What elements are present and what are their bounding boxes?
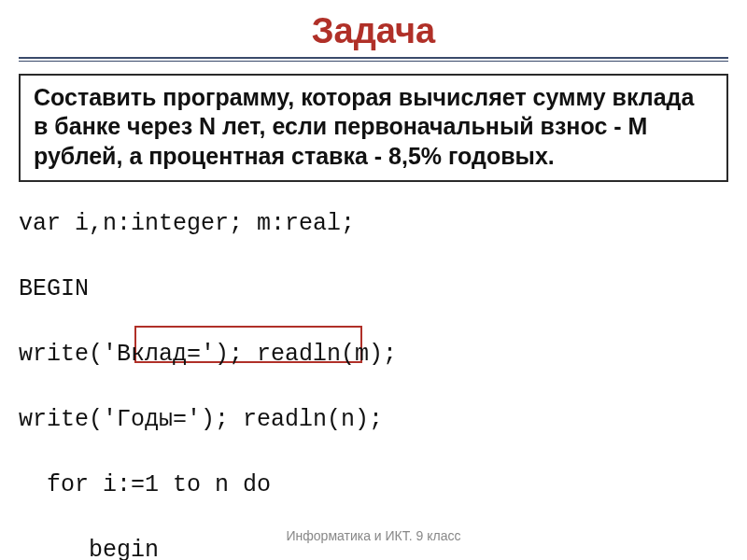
code-line: begin	[19, 534, 728, 560]
task-statement-box: Составить программу, которая вычисляет с…	[19, 74, 728, 182]
title-divider	[19, 55, 728, 64]
task-statement-text: Составить программу, которая вычисляет с…	[34, 84, 694, 169]
slide-title: Задача	[0, 0, 747, 55]
code-line: write('Годы='); readln(n);	[19, 403, 728, 436]
code-line: write('Вклад='); readln(m);	[19, 338, 728, 371]
title-divider-line-thick	[19, 57, 728, 59]
code-block: var i,n:integer; m:real; BEGIN write('Вк…	[19, 175, 728, 560]
code-line: var i,n:integer; m:real;	[19, 207, 728, 240]
code-line: for i:=1 to n do	[19, 469, 728, 501]
code-line: BEGIN	[19, 273, 728, 305]
slide: Задача Составить программу, которая вычи…	[0, 0, 747, 560]
title-divider-line-thin	[19, 61, 728, 62]
